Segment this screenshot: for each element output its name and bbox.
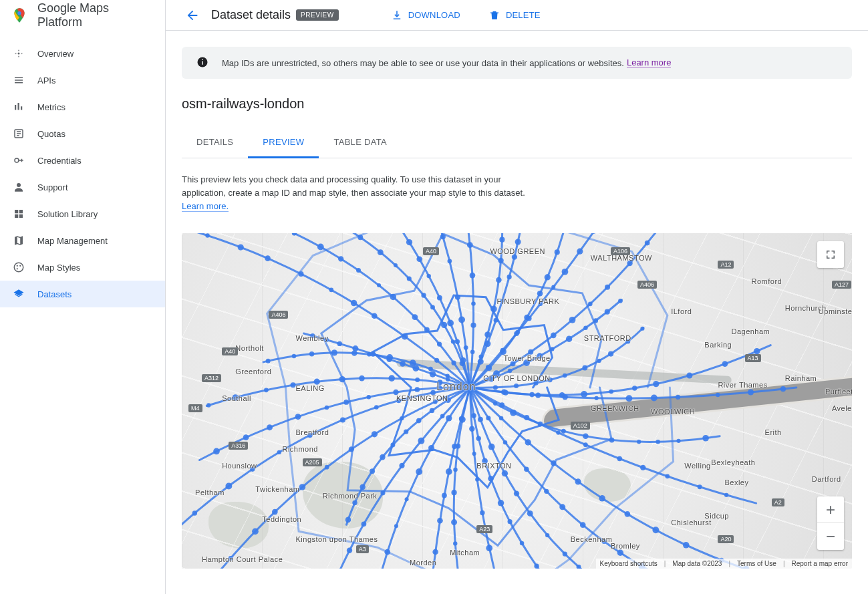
svg-point-39	[556, 431, 560, 435]
svg-point-293	[515, 330, 520, 335]
svg-point-241	[464, 345, 468, 350]
svg-point-266	[499, 237, 504, 243]
svg-point-22	[651, 395, 658, 402]
zoom-in-button[interactable]: +	[817, 496, 844, 523]
sidebar-item-credentials[interactable]: Credentials	[0, 147, 165, 174]
map-place-label: Dagenham	[731, 327, 770, 335]
svg-point-106	[446, 468, 452, 475]
sidebar-nav: OverviewAPIsMetricsQuotasCredentialsSupp…	[0, 31, 165, 307]
svg-point-56	[486, 416, 490, 421]
back-button[interactable]	[179, 2, 206, 29]
svg-point-156	[340, 418, 345, 423]
svg-point-205	[351, 300, 357, 306]
svg-point-69	[514, 491, 519, 496]
svg-point-232	[455, 339, 460, 345]
svg-point-242	[458, 317, 465, 323]
terms-link[interactable]: Terms of Use	[737, 560, 776, 567]
map-place-label: STRATFORD	[584, 334, 631, 342]
svg-point-307	[605, 285, 610, 290]
sidebar-item-map-management[interactable]: Map Management	[0, 227, 165, 254]
person-icon	[12, 180, 25, 194]
svg-point-174	[388, 376, 395, 382]
sidebar-item-map-styles[interactable]: Map Styles	[0, 254, 165, 281]
svg-point-20	[595, 396, 599, 400]
svg-point-155	[374, 406, 379, 410]
download-button[interactable]: DOWNLOAD	[391, 9, 460, 21]
svg-point-191	[266, 359, 271, 363]
svg-point-317	[583, 326, 587, 330]
svg-point-124	[440, 414, 445, 419]
svg-point-319	[605, 309, 610, 315]
sidebar-item-label: Quotas	[37, 129, 65, 139]
map-preview[interactable]: WOOD GREENWALTHAMSTOWWembleyFINSBURY PAR…	[182, 233, 852, 569]
svg-point-84	[469, 426, 474, 432]
sidebar-item-label: Solution Library	[37, 209, 98, 219]
sidebar-item-apis[interactable]: APIs	[0, 67, 165, 94]
svg-point-231	[460, 357, 466, 363]
svg-point-108	[437, 518, 443, 524]
svg-point-220	[292, 233, 297, 236]
svg-point-145	[372, 432, 378, 438]
preview-learn-link[interactable]: Learn more.	[182, 201, 229, 212]
banner-learn-link[interactable]: Learn more	[627, 57, 671, 68]
svg-point-71	[545, 533, 549, 537]
svg-point-138	[380, 454, 386, 460]
sidebar-item-quotas[interactable]: Quotas	[0, 120, 165, 147]
road-badge: A3	[356, 545, 369, 553]
svg-point-285	[537, 291, 543, 296]
map-place-label: Bromley	[611, 542, 640, 550]
svg-point-328	[608, 351, 613, 357]
svg-point-109	[432, 549, 438, 555]
svg-point-330	[640, 327, 644, 331]
zoom-out-button[interactable]: −	[817, 523, 844, 550]
svg-point-227	[394, 264, 398, 268]
svg-point-12	[17, 268, 18, 269]
sidebar-item-label: Datasets	[37, 289, 71, 299]
road-badge: A40	[222, 347, 238, 355]
svg-point-326	[582, 365, 587, 371]
map-place-label: CITY OF LONDON	[483, 374, 550, 382]
keyboard-shortcuts-link[interactable]: Keyboard shortcuts	[600, 560, 658, 567]
sidebar-item-metrics[interactable]: Metrics	[0, 94, 165, 120]
svg-point-33	[637, 440, 641, 444]
svg-point-322	[514, 384, 519, 389]
road-badge: A12	[718, 261, 734, 269]
svg-point-117	[405, 498, 409, 502]
tabs: DETAILSPREVIEWTABLE DATA	[182, 130, 852, 158]
svg-point-141	[352, 500, 357, 505]
tab-preview[interactable]: PREVIEW	[248, 130, 319, 158]
delete-button[interactable]: DELETE	[488, 9, 541, 21]
sidebar-item-overview[interactable]: Overview	[0, 40, 165, 67]
svg-point-166	[343, 400, 349, 405]
svg-point-334	[581, 391, 587, 398]
map-place-label: WOOLWICH	[651, 408, 695, 416]
sidebar-item-label: Map Styles	[37, 263, 80, 273]
svg-point-53	[683, 542, 690, 549]
sidebar-item-solution-library[interactable]: Solution Library	[0, 200, 165, 227]
sidebar-item-label: Overview	[37, 49, 74, 59]
tab-table-data[interactable]: TABLE DATA	[319, 130, 402, 158]
svg-point-2	[15, 53, 16, 54]
sidebar-item-datasets[interactable]: Datasets	[0, 281, 165, 307]
grid-icon	[12, 207, 25, 220]
svg-point-167	[325, 406, 329, 410]
map-place-label: Twickenham	[255, 485, 299, 493]
fullscreen-button[interactable]	[817, 241, 844, 268]
svg-point-76	[476, 436, 480, 441]
delete-label: DELETE	[506, 10, 541, 20]
svg-point-252	[470, 323, 476, 328]
svg-point-224	[430, 305, 435, 310]
svg-point-148	[299, 484, 306, 491]
tab-details[interactable]: DETAILS	[182, 130, 248, 158]
svg-point-275	[507, 275, 512, 279]
svg-point-140	[359, 484, 366, 490]
svg-point-125	[418, 438, 424, 444]
svg-point-316	[566, 336, 572, 342]
sidebar: Google Maps Platform OverviewAPIsMetrics…	[0, 0, 166, 594]
sidebar-item-support[interactable]: Support	[0, 174, 165, 200]
svg-point-208	[265, 256, 271, 262]
map-place-label: Upminster	[819, 307, 852, 315]
report-error-link[interactable]: Report a map error	[792, 560, 848, 567]
svg-point-135	[416, 418, 422, 424]
svg-point-158	[277, 450, 281, 454]
